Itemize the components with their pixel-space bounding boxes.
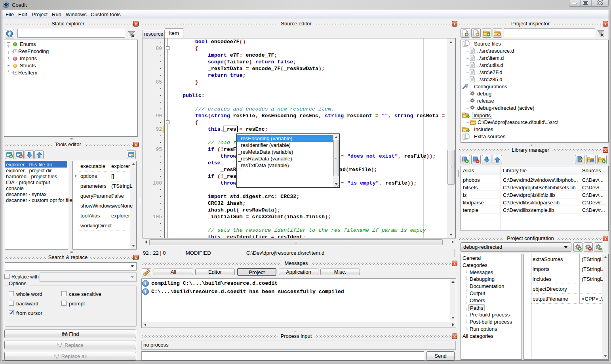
- svg-text:a: a: [56, 356, 58, 359]
- svg-text:a: a: [59, 345, 61, 348]
